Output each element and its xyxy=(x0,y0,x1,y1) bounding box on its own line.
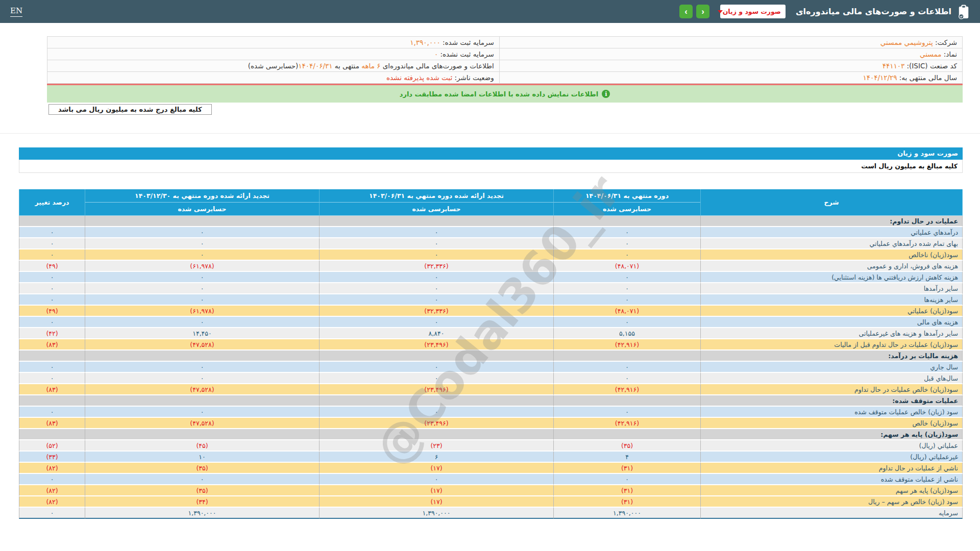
table-row: هزینه های مالی ۰ ۰ ۰ ۰ xyxy=(19,317,963,328)
value-restated-prior-year: (۴۵) xyxy=(85,440,319,452)
value-restated-prior-year: (۳۵) xyxy=(85,463,319,474)
unregistered-capital-value: ۰ xyxy=(434,50,438,58)
language-toggle-en[interactable]: EN xyxy=(10,6,22,17)
isic-cell: کد صنعت (ISIC): ۴۴۱۱۰۳ xyxy=(499,60,962,72)
issuer-status-cell: وضعیت ناشر: ثبت شده پذیرفته نشده xyxy=(47,72,500,84)
value-restated-prior-period: (۳۲,۳۳۶) xyxy=(319,306,553,317)
value-restated-prior-period: ۸,۸۴۰ xyxy=(319,328,553,339)
value-restated-prior-year: (۴۷,۵۲۸) xyxy=(85,418,319,429)
row-label: سایر هزینه‌ها xyxy=(700,294,963,306)
period-months: ۶ ماهه xyxy=(361,62,380,70)
value-restated-prior-year: ۰ xyxy=(85,294,319,306)
row-label: سایر درآمدها و هزینه های غیرعملیاتی xyxy=(700,328,963,339)
value-restated-prior-year: (۶۱,۹۷۸) xyxy=(85,306,319,317)
row-label: بهای تمام شده درآمدهاي عملياتي xyxy=(700,238,963,249)
value-percent-change: ۰ xyxy=(19,283,85,294)
table-row: هزینه کاهش ارزش دریافتني ها (هزینه استثن… xyxy=(19,272,963,283)
header-restated-prior-year: تجدید ارائه شده دوره منتهي به ۱۴۰۳/۱۲/۳۰ xyxy=(85,189,319,203)
chevron-right-icon: › xyxy=(684,7,688,16)
company-label: شرکت: xyxy=(935,38,957,46)
row-label: سود(زیان) خالص عملیات در حال تداوم xyxy=(700,384,963,395)
value-restated-prior-year xyxy=(85,429,319,440)
nav-previous-button[interactable]: ‹ xyxy=(696,5,709,18)
value-current-period: ۰ xyxy=(553,373,700,384)
value-percent-change xyxy=(19,395,85,407)
value-current-period: ۰ xyxy=(553,227,700,238)
value-percent-change: ۰ xyxy=(19,508,85,519)
statement-type-select[interactable]: صورت سود و زیان xyxy=(720,5,786,18)
row-label: سود (زیان) خالص هر سهم – ریال xyxy=(700,496,963,508)
fiscal-year-label: سال مالی منتهی به: xyxy=(899,73,957,82)
info-circle-icon: i xyxy=(602,90,610,98)
row-label: سود(زیان) ناخالص xyxy=(700,249,963,261)
table-row: سایر درآمدها ۰ ۰ ۰ ۰ xyxy=(19,283,963,294)
registered-capital-cell: سرمایه ثبت شده: ۱,۳۹۰,۰۰۰ xyxy=(47,37,500,48)
header-audit-status-1: حسابرسی شده xyxy=(553,203,700,216)
value-current-period: (۴۲,۹۱۶) xyxy=(553,339,700,350)
value-current-period: ۵,۱۵۵ xyxy=(553,328,700,339)
table-row: سایر هزینه‌ها ۰ ۰ ۰ ۰ xyxy=(19,294,963,306)
row-label: سایر درآمدها xyxy=(700,283,963,294)
table-row: عملیاتي (ریال) (۳۵) (۲۳) (۴۵) (۵۲) xyxy=(19,440,963,452)
nav-next-button[interactable]: › xyxy=(679,5,693,18)
period-line-cell: اطلاعات و صورت‌های مالی میاندوره‌ای ۶ ما… xyxy=(47,60,500,72)
company-value: پتروشیمي ممسني xyxy=(880,38,933,46)
value-percent-change xyxy=(19,216,85,227)
isic-value: ۴۴۱۱۰۳ xyxy=(883,62,905,70)
value-current-period: ۴ xyxy=(553,452,700,463)
table-row: سایر درآمدها و هزینه های غیرعملیاتی ۵,۱۵… xyxy=(19,328,963,339)
table-row: سود(زیان) عملیاتي (۴۸,۰۷۱) (۳۲,۳۳۶) (۶۱,… xyxy=(19,306,963,317)
registered-capital-label: سرمایه ثبت شده: xyxy=(443,38,494,46)
value-percent-change: (۸۳) xyxy=(19,418,85,429)
row-label: سرمایه xyxy=(700,508,963,519)
issuer-status-label: وضعیت ناشر: xyxy=(454,73,494,82)
value-restated-prior-year: (۶۱,۹۷۸) xyxy=(85,261,319,272)
unit-tab[interactable]: کلیه مبالغ درج شده به میلیون ریال می باش… xyxy=(48,104,212,115)
value-restated-prior-period: ۶ xyxy=(319,452,553,463)
value-restated-prior-period: ۰ xyxy=(319,407,553,418)
value-restated-prior-period: ۰ xyxy=(319,373,553,384)
company-name-cell: شرکت: پتروشیمي ممسني xyxy=(499,37,962,48)
value-restated-prior-year: (۴۷,۵۲۸) xyxy=(85,339,319,350)
value-current-period: (۴۲,۹۱۶) xyxy=(553,418,700,429)
isic-label: کد صنعت (ISIC): xyxy=(907,62,957,70)
table-row: عملیات متوقف شده: xyxy=(19,395,963,407)
table-row: هزینه مالیات بر درآمد: xyxy=(19,350,963,362)
value-percent-change: ۰ xyxy=(19,407,85,418)
value-restated-prior-year: ۰ xyxy=(85,238,319,249)
value-current-period: ۰ xyxy=(553,283,700,294)
value-current-period: (۳۱) xyxy=(553,496,700,508)
value-current-period: ۰ xyxy=(553,294,700,306)
value-restated-prior-year: (۳۴) xyxy=(85,496,319,508)
value-current-period: (۴۸,۰۷۱) xyxy=(553,306,700,317)
table-row: سال‌هاي قبل ۰ ۰ ۰ ۰ xyxy=(19,373,963,384)
value-current-period: ۱,۳۹۰,۰۰۰ xyxy=(553,508,700,519)
row-label: سال جاري xyxy=(700,362,963,373)
symbol-value: ممسني xyxy=(920,50,941,58)
income-statement-table: شرح دوره منتهي به ۱۴۰۴/۰۶/۳۱ تجدید ارائه… xyxy=(19,189,963,519)
value-restated-prior-period: (۲۳,۴۹۶) xyxy=(319,384,553,395)
table-row: سود(زیان) پایه هر سهم (۳۱) (۱۷) (۳۵) (۸۲… xyxy=(19,485,963,496)
value-current-period: ۰ xyxy=(553,407,700,418)
value-percent-change xyxy=(19,350,85,362)
statement-nav-buttons: ‹ › xyxy=(679,5,709,18)
unregistered-capital-label: سرمایه ثبت نشده: xyxy=(440,50,494,58)
value-percent-change: ۰ xyxy=(19,474,85,485)
info-row-isic: کد صنعت (ISIC): ۴۴۱۱۰۳ اطلاعات و صورت‌ها… xyxy=(47,60,963,72)
value-restated-prior-year: ۰ xyxy=(85,249,319,261)
info-row-symbol: نماد: ممسني سرمایه ثبت نشده: ۰ xyxy=(47,48,963,60)
table-row: سود (زیان) خالص عملیات متوقف شده ۰ ۰ ۰ ۰ xyxy=(19,407,963,418)
table-row: ناشي از عملیات در حال تداوم (۳۱) (۱۷) (۳… xyxy=(19,463,963,474)
value-percent-change: (۵۲) xyxy=(19,440,85,452)
value-percent-change: (۸۲) xyxy=(19,496,85,508)
row-label: هزینه کاهش ارزش دریافتني ها (هزینه استثن… xyxy=(700,272,963,283)
value-percent-change: (۴۲) xyxy=(19,328,85,339)
value-restated-prior-period: (۳۲,۳۳۶) xyxy=(319,261,553,272)
period-end-date: ۱۴۰۴/۰۶/۳۱ xyxy=(298,62,332,70)
value-restated-prior-period xyxy=(319,395,553,407)
value-restated-prior-period: ۰ xyxy=(319,227,553,238)
table-row: غیرعملیاتي (ریال) ۴ ۶ ۱۰ (۳۳) xyxy=(19,452,963,463)
value-current-period: ۰ xyxy=(553,317,700,328)
row-label: ناشي از عملیات در حال تداوم xyxy=(700,463,963,474)
value-restated-prior-year xyxy=(85,395,319,407)
